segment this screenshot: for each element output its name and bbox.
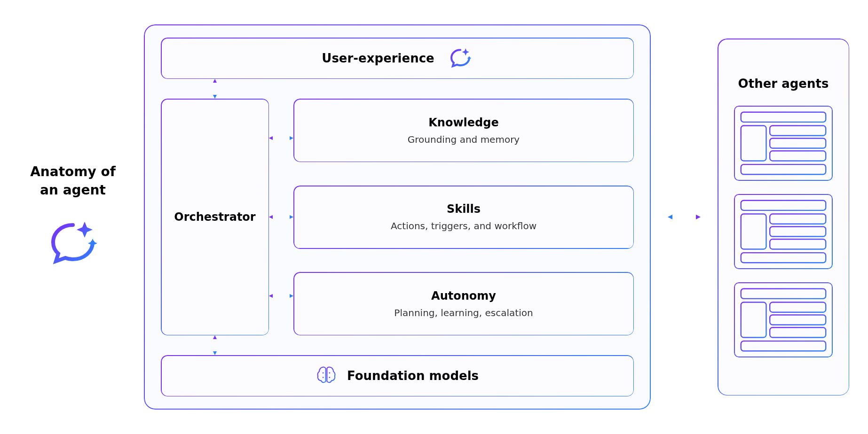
- other-agents-panel: Other agents: [718, 39, 849, 395]
- svg-marker-2: [213, 95, 217, 99]
- foundation-models-box: Foundation models: [161, 355, 634, 396]
- connector-orch-skills: [269, 213, 293, 221]
- svg-rect-28: [770, 151, 826, 161]
- svg-marker-10: [269, 294, 273, 298]
- svg-marker-13: [213, 335, 217, 339]
- mini-agent-icon: [734, 282, 833, 357]
- diagram-label: Anatomy of an agent: [19, 163, 127, 271]
- brain-icon: [316, 364, 337, 387]
- svg-rect-30: [741, 201, 826, 210]
- svg-rect-37: [741, 302, 766, 338]
- skills-sub: Actions, triggers, and workflow: [391, 220, 537, 232]
- skills-title: Skills: [447, 202, 481, 216]
- svg-marker-4: [269, 136, 273, 140]
- svg-rect-25: [741, 126, 766, 161]
- agent-container: User-experience Orchestrato: [144, 24, 651, 410]
- svg-marker-23: [696, 215, 701, 219]
- svg-marker-1: [213, 79, 217, 83]
- label-line1: Anatomy of: [30, 164, 116, 179]
- svg-rect-26: [770, 126, 826, 136]
- svg-marker-8: [290, 215, 293, 219]
- connector-ux-orchestrator: [161, 79, 269, 99]
- connector-orch-foundation: [161, 335, 269, 355]
- svg-rect-33: [770, 226, 826, 236]
- chat-sparkle-icon: [448, 45, 473, 72]
- knowledge-title: Knowledge: [428, 116, 498, 129]
- user-experience-title: User-experience: [322, 51, 434, 65]
- foundation-title: Foundation models: [347, 369, 479, 383]
- mini-agent-icon: [734, 194, 833, 269]
- svg-rect-31: [741, 214, 766, 249]
- chat-sparkle-icon: [19, 213, 127, 271]
- autonomy-title: Autonomy: [431, 289, 496, 302]
- orchestrator-title: Orchestrator: [174, 210, 255, 224]
- autonomy-sub: Planning, learning, escalation: [394, 307, 533, 318]
- svg-rect-41: [741, 341, 826, 351]
- connector-orch-knowledge: [269, 134, 293, 142]
- skills-box: Skills Actions, triggers, and workflow: [293, 186, 634, 249]
- connector-agent-other: [668, 213, 701, 221]
- svg-rect-38: [770, 302, 826, 312]
- svg-rect-32: [770, 214, 826, 224]
- user-experience-box: User-experience: [161, 38, 634, 79]
- orchestrator-box: Orchestrator: [161, 99, 269, 335]
- other-agents-title: Other agents: [738, 77, 829, 91]
- svg-rect-36: [741, 289, 826, 299]
- svg-rect-27: [770, 138, 826, 148]
- svg-marker-5: [290, 136, 293, 140]
- svg-rect-29: [741, 164, 826, 174]
- svg-marker-22: [668, 215, 672, 219]
- svg-rect-40: [770, 327, 826, 337]
- svg-marker-14: [213, 351, 217, 355]
- label-line2: an agent: [40, 182, 106, 198]
- svg-marker-11: [290, 294, 293, 298]
- autonomy-box: Autonomy Planning, learning, escalation: [293, 272, 634, 335]
- svg-rect-24: [741, 112, 826, 122]
- svg-rect-35: [741, 253, 826, 263]
- svg-rect-34: [770, 239, 826, 249]
- knowledge-sub: Grounding and memory: [408, 134, 520, 145]
- connector-orch-autonomy: [269, 292, 293, 300]
- svg-rect-39: [770, 315, 826, 325]
- knowledge-box: Knowledge Grounding and memory: [293, 99, 634, 162]
- mini-agent-icon: [734, 106, 833, 181]
- svg-marker-7: [269, 215, 273, 219]
